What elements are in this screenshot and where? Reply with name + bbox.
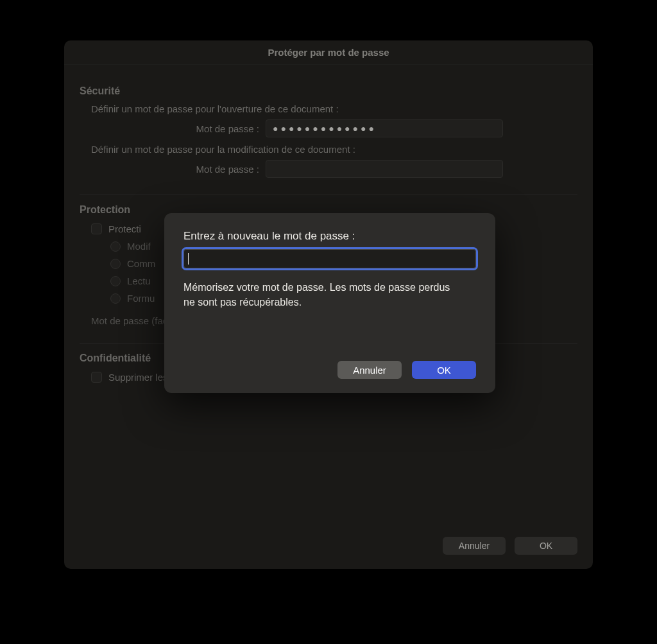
modal-ok-button[interactable]: OK <box>412 361 476 379</box>
radio-modify[interactable] <box>110 241 121 252</box>
modify-password-label: Mot de passe : <box>80 164 266 175</box>
security-heading: Sécurité <box>80 85 577 97</box>
window-cancel-button[interactable]: Annuler <box>443 537 506 555</box>
radio-comment-label: Comm <box>127 258 155 269</box>
security-modify-prompt: Définir un mot de passe pour la modifica… <box>91 144 577 155</box>
modal-footer: Annuler OK <box>183 361 476 379</box>
open-password-input[interactable]: ●●●●●●●●●●●●● <box>266 119 503 137</box>
radio-read-label: Lectu <box>127 275 151 286</box>
reenter-password-input[interactable] <box>183 249 476 268</box>
window-ok-label: OK <box>540 541 552 551</box>
radio-read[interactable] <box>110 276 121 286</box>
window-cancel-label: Annuler <box>459 541 490 551</box>
modal-ok-label: OK <box>437 365 451 376</box>
modify-password-input[interactable] <box>266 160 503 178</box>
open-password-value: ●●●●●●●●●●●●● <box>273 123 377 134</box>
modal-cancel-label: Annuler <box>353 365 386 376</box>
radio-form[interactable] <box>110 293 121 304</box>
divider-1 <box>80 195 577 195</box>
modal-cancel-button[interactable]: Annuler <box>337 361 402 379</box>
security-open-prompt: Définir un mot de passe pour l'ouverture… <box>91 103 577 114</box>
window-footer: Annuler OK <box>443 537 577 555</box>
confidentiality-checkbox[interactable] <box>91 372 102 383</box>
radio-form-label: Formu <box>127 293 155 304</box>
protection-checkbox[interactable] <box>91 223 102 234</box>
window-ok-button[interactable]: OK <box>515 537 577 555</box>
window-title-text: Protéger par mot de passe <box>268 47 389 58</box>
radio-modify-label: Modif <box>127 241 151 252</box>
radio-comment[interactable] <box>110 259 121 269</box>
reenter-password-prompt: Entrez à nouveau le mot de passe : <box>183 230 476 243</box>
window-title: Protéger par mot de passe <box>64 40 593 65</box>
open-password-row: Mot de passe : ●●●●●●●●●●●●● <box>80 119 577 137</box>
protection-checkbox-label: Protecti <box>108 223 141 234</box>
reenter-password-hint: Mémorisez votre mot de passe. Les mots d… <box>183 280 459 309</box>
modify-password-row: Mot de passe : <box>80 160 577 178</box>
open-password-label: Mot de passe : <box>80 123 266 134</box>
reenter-password-dialog: Entrez à nouveau le mot de passe : Mémor… <box>164 213 495 393</box>
text-caret <box>188 253 189 265</box>
